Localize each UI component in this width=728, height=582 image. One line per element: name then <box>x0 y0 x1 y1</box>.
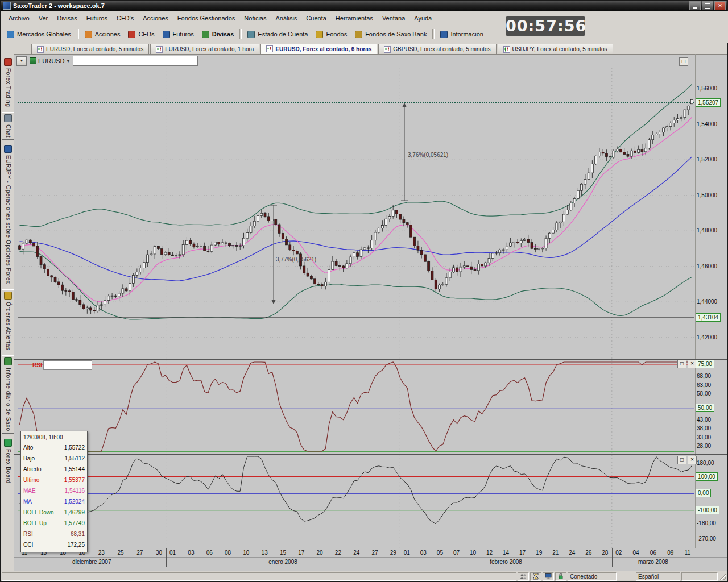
saxo-fondos-icon <box>355 31 362 38</box>
tooltip-row-label: Bajo <box>23 453 35 464</box>
menu-item[interactable]: Noticias <box>239 13 271 24</box>
symbol-search-input[interactable] <box>73 56 198 66</box>
rsi-close-icon[interactable]: ✕ <box>688 360 697 368</box>
daily-report-icon <box>4 357 12 365</box>
toolbar-button[interactable]: Divisas <box>198 29 238 40</box>
close-button[interactable]: ✕ <box>714 1 726 10</box>
price-pane-maximize-icon[interactable]: ▢ <box>679 57 688 66</box>
tooltip-row: Ultimo 1,55377 <box>23 475 85 485</box>
menu-item[interactable]: Divisas <box>52 13 81 24</box>
toolbar-button[interactable]: Fondos de Saxo Bank <box>351 29 431 40</box>
toolbar-button[interactable]: Información <box>436 29 487 40</box>
chevron-down-icon: ▼ <box>66 59 70 63</box>
panel-divider[interactable] <box>14 359 727 360</box>
menu-item[interactable]: Acciones <box>138 13 173 24</box>
toolbar-button[interactable]: Estado de Cuenta <box>243 29 312 40</box>
futures-icon <box>163 31 170 38</box>
menu-item[interactable]: Herramientas <box>331 13 378 24</box>
tooltip-row-label: MAE <box>23 485 36 496</box>
tooltip-row: BOLL Down 1,46299 <box>23 507 85 518</box>
tooltip-row-value: 1,54116 <box>65 485 85 496</box>
sidebar-item[interactable]: Forex Trading <box>2 56 14 109</box>
cci-pane-controls: ▢ ✕ <box>677 456 697 464</box>
sidebar-item[interactable]: EURJPY - Operaciones sobre Opciones Fore… <box>2 143 14 286</box>
rsi-chart-canvas[interactable] <box>18 360 694 454</box>
open-orders-icon <box>4 292 12 300</box>
window-title: SaxoTrader 2 - workspace.ok.7 <box>13 2 689 9</box>
symbol-label: EURUSD <box>38 57 64 64</box>
sidebar-item-label: Forex Board <box>5 449 11 484</box>
cci-chart-canvas[interactable] <box>18 455 694 548</box>
status-bar: Conectado Español <box>1 571 727 581</box>
tooltip-row-value: 1,55377 <box>64 475 85 485</box>
tooltip-row-label: BOLL Up <box>23 518 47 529</box>
tooltip-row: Bajo 1,55112 <box>23 453 85 464</box>
rsi-restore-icon[interactable]: ▢ <box>677 360 686 368</box>
sidebar-item[interactable]: Forex Board <box>2 436 14 486</box>
menu-item[interactable]: Análisis <box>271 13 301 24</box>
toolbar-button[interactable]: Mercados Globales <box>3 29 75 40</box>
toolbar-button[interactable]: Futuros <box>159 29 198 40</box>
toolbar-button[interactable]: Fondos <box>312 29 351 40</box>
sidebar-item-label: Informe diario de Saxo <box>5 368 11 431</box>
lock-icon[interactable] <box>555 572 566 581</box>
panel-divider[interactable] <box>14 454 727 455</box>
menu-item[interactable]: Fondos Gestionados <box>173 13 240 24</box>
symbol-selector[interactable]: EURUSD ▼ <box>30 57 70 64</box>
chat-icon <box>4 114 12 122</box>
cci-restore-icon[interactable]: ▢ <box>677 456 686 464</box>
language-indicator[interactable]: Español <box>636 572 680 581</box>
tooltip-row: BOLL Up 1,57749 <box>23 518 85 529</box>
tooltip-row-label: RSI <box>23 529 33 539</box>
toolbar-button-label: Acciones <box>95 31 121 38</box>
rsi-name-input[interactable] <box>43 360 92 370</box>
session-clock: 00:57:56 <box>506 16 585 36</box>
sidebar-item[interactable]: Informe diario de Saxo <box>2 355 14 434</box>
menu-item[interactable]: CFD's <box>112 13 138 24</box>
toolbar-button[interactable]: Acciones <box>81 29 125 40</box>
chart-tab[interactable]: USDJPY, Forex al contado, 5 minutos <box>498 44 613 54</box>
divisas-icon <box>202 31 209 38</box>
chart-tab-label: GBPUSD, Forex al contado, 5 minutos <box>393 46 490 52</box>
chart-tab[interactable]: EURUSD, Forex al contado, 6 horas <box>260 44 377 54</box>
svg-text:3,76%(0,05621): 3,76%(0,05621) <box>408 152 448 158</box>
toolbar-button[interactable]: CFDs <box>124 29 158 40</box>
menu-item[interactable]: Ver <box>34 13 53 24</box>
chart-tab[interactable]: GBPUSD, Forex al contado, 5 minutos <box>378 44 496 54</box>
minimize-button[interactable] <box>689 1 701 10</box>
menu-item[interactable]: Archivo <box>4 13 34 24</box>
price-chart-canvas[interactable]: 3,76%(0,05621)3,77%(0,05621) <box>18 68 694 359</box>
menu-item[interactable]: Cuenta <box>301 13 330 24</box>
menu-item[interactable]: Ventana <box>378 13 410 24</box>
tooltip-row: RSI 68,31 <box>23 529 85 539</box>
chart-tab[interactable]: EURUSD, Forex al contado, 5 minutos <box>31 44 149 54</box>
chart-icon <box>384 46 391 53</box>
instrument-icon <box>30 57 36 64</box>
tooltip-row-label: BOLL Down <box>23 507 54 518</box>
toolbar-button-label: CFDs <box>138 31 154 38</box>
ohlc-tooltip: 12/03/08, 18:00 Alto 1,55722 Bajo 1,5511… <box>20 431 88 552</box>
monitor-icon[interactable] <box>543 572 554 581</box>
maximize-button[interactable] <box>702 1 713 10</box>
tooltip-row-value: 1,55144 <box>64 464 85 475</box>
tooltip-row-value: 1,55722 <box>64 442 85 453</box>
menu-item[interactable]: Futuros <box>82 13 112 24</box>
sidebar-item[interactable]: Órdenes Abiertas <box>2 289 14 352</box>
chart-tab-bar: EURUSD, Forex al contado, 5 minutos EURU… <box>14 44 727 54</box>
connection-status: Conectado <box>568 572 617 581</box>
chart-dropdown-button[interactable]: ▼ <box>16 56 27 66</box>
menu-item[interactable]: Ayuda <box>410 13 436 24</box>
cci-close-icon[interactable]: ✕ <box>688 456 697 464</box>
resize-grip[interactable] <box>719 572 726 580</box>
hourglass-icon[interactable] <box>530 572 541 581</box>
rsi-header: RSI <box>32 360 92 370</box>
sidebar-item-label: EURJPY - Operaciones sobre Opciones Fore… <box>5 155 11 284</box>
chart-tab[interactable]: EURUSD, Forex al contado, 1 hora <box>150 44 259 54</box>
sidebar-item[interactable]: Chat <box>2 112 14 140</box>
toolbar-button-label: Futuros <box>173 31 194 38</box>
rsi-label: RSI <box>32 362 42 368</box>
toolbar-button-label: Información <box>450 31 483 38</box>
tooltip-row: CCI 172,25 <box>23 539 85 550</box>
users-icon[interactable] <box>518 572 529 581</box>
forex-board-icon <box>4 439 12 447</box>
